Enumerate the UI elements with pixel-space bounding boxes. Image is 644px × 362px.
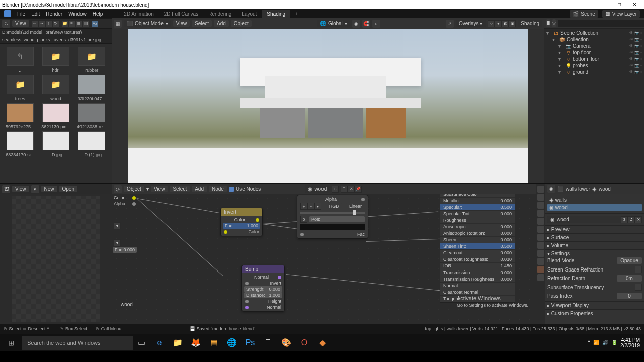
img-open[interactable]: Open <box>59 186 77 192</box>
fb-sort-az-icon[interactable]: Az <box>92 20 99 27</box>
close-btn[interactable]: ✕ <box>627 0 642 9</box>
menu-help[interactable]: Help <box>93 11 103 17</box>
material-slot[interactable]: ◉ wood <box>547 204 642 211</box>
tray-time[interactable]: 4:41 PM <box>620 337 640 343</box>
object-tab-icon[interactable] <box>537 226 544 233</box>
img-view[interactable]: View <box>12 186 29 192</box>
node-bump[interactable]: Bump Normal Invert Strength:0.080 Distan… <box>242 265 285 312</box>
transform-orientation[interactable]: 🌐 Global ▾ <box>317 20 350 27</box>
mat-users[interactable]: 3 <box>332 186 339 193</box>
image-canvas[interactable] <box>12 196 100 322</box>
material-slot[interactable]: ◉ walls <box>547 196 642 204</box>
world-tab-icon[interactable] <box>537 218 544 225</box>
vp-object[interactable]: Object <box>231 20 252 27</box>
shader-node-editor[interactable]: ◎ Object▾ View Select Add Node Use Nodes… <box>112 184 536 324</box>
img-new[interactable]: New <box>41 186 57 192</box>
fb-source-icon[interactable]: 🗂 <box>2 20 10 28</box>
tray-date[interactable]: 2/2/2019 <box>620 343 640 348</box>
node-editor-type-icon[interactable]: ◎ <box>114 185 122 193</box>
edge-icon[interactable]: e <box>151 334 168 351</box>
bsdf-input[interactable]: Transmission:0.000 <box>440 269 515 276</box>
bsdf-input[interactable]: Normal <box>440 283 515 289</box>
node-colorramp[interactable]: Alpha ＋－▾ RGB Linear 0 Pos: Fac <box>297 195 368 239</box>
fac-field[interactable]: Fac:0.000 <box>113 247 137 253</box>
tray-battery-icon[interactable]: 🔋 <box>611 340 617 345</box>
viewlayer-tab-icon[interactable] <box>537 202 544 209</box>
fb-item[interactable]: 595792e275... <box>3 103 37 129</box>
proportional-icon[interactable]: ○ <box>372 20 380 28</box>
constraint-tab-icon[interactable] <box>537 258 544 265</box>
fb-display-thumb-icon[interactable]: ▤ <box>83 20 90 27</box>
mode-selector[interactable]: ⬛ Object Mode ▾ <box>124 20 171 27</box>
vp-select[interactable]: Select <box>192 20 212 27</box>
socket-icon[interactable] <box>245 300 249 303</box>
mat-new-icon[interactable]: 🗋 <box>341 186 348 193</box>
invert-fac[interactable]: Fac:1.000 <box>223 223 260 229</box>
tab-shading[interactable]: Shading <box>262 10 290 18</box>
scene-tab-icon[interactable] <box>537 210 544 217</box>
bsdf-input[interactable]: Specular:0.500 <box>440 204 515 211</box>
fb-display-list-icon[interactable]: ≡ <box>68 20 75 27</box>
socket-icon[interactable] <box>224 230 227 234</box>
fb-back-icon[interactable]: ← <box>31 20 38 27</box>
mat-pin-icon[interactable]: 📌 <box>355 186 362 193</box>
mat-users-btn[interactable]: 3 <box>621 216 628 223</box>
socket-icon[interactable] <box>256 218 259 222</box>
outliner-type-icon[interactable]: ≣ <box>546 19 550 27</box>
krita-icon[interactable]: 🎨 <box>278 334 295 351</box>
socket-icon[interactable] <box>245 306 249 309</box>
ne-object[interactable]: Object <box>124 186 144 192</box>
outliner-filter-icon[interactable]: ▽ <box>552 19 556 27</box>
bsdf-input[interactable]: IOR:1.450 <box>440 263 515 269</box>
particle-tab-icon[interactable] <box>537 242 544 249</box>
wire-icon[interactable]: ○ <box>488 20 495 27</box>
bsdf-input[interactable]: Tangent <box>440 296 515 302</box>
ssr-check[interactable] <box>635 266 642 273</box>
socket-icon[interactable] <box>132 196 136 200</box>
refraction-depth[interactable]: 0m <box>617 275 642 282</box>
fb-newdir-icon[interactable]: 📁 <box>61 20 68 27</box>
ramp-index[interactable]: 0 <box>300 216 307 223</box>
node-invert[interactable]: Invert Color Fac:1.000 Color <box>220 208 263 236</box>
tab-2dcanvas[interactable]: 2D Full Canvas <box>159 10 203 18</box>
socket-icon[interactable] <box>361 198 365 201</box>
fb-item[interactable]: 49218088-re... <box>75 103 109 129</box>
remove-icon[interactable]: － <box>307 203 314 210</box>
mat-new-icon[interactable]: 🗋 <box>628 216 635 223</box>
photoshop-icon[interactable]: Ps <box>242 334 259 351</box>
tab-layout[interactable]: Layout <box>236 10 262 18</box>
rendered-icon[interactable]: ◉ <box>509 20 516 27</box>
section-custom[interactable]: ▸ Custom Properties <box>547 311 593 316</box>
tray-wifi-icon[interactable]: 📶 <box>593 340 599 345</box>
menu-window[interactable]: Window <box>68 11 87 17</box>
pivot-icon[interactable]: ◉ <box>352 20 360 28</box>
dropdown-icon[interactable]: ▾ <box>314 203 321 210</box>
pass-index[interactable]: 0 <box>617 293 642 299</box>
firefox-icon[interactable]: 🦊 <box>187 334 204 351</box>
tray-volume-icon[interactable]: 🔊 <box>602 340 608 345</box>
section-preview[interactable]: ▸ Preview <box>547 227 569 232</box>
ramp-pos[interactable]: Pos: <box>309 216 365 222</box>
menu-render[interactable]: Render <box>46 11 62 17</box>
socket-icon[interactable] <box>132 202 136 206</box>
fb-item[interactable]: ↰.. <box>3 47 37 73</box>
ramp-color[interactable] <box>300 224 365 230</box>
fb-item[interactable]: 📁hdri <box>39 47 72 73</box>
taskview-icon[interactable]: ▭ <box>133 334 150 351</box>
fb-item[interactable]: 68284170-si... <box>3 131 37 157</box>
tray-up-icon[interactable]: ˄ <box>588 340 590 345</box>
calc-icon[interactable]: 🖩 <box>260 334 277 351</box>
render-tab-icon[interactable] <box>537 186 544 193</box>
chrome-icon[interactable]: 🌐 <box>223 334 240 351</box>
section-volume[interactable]: ▸ Volume <box>547 243 568 248</box>
bsdf-input[interactable]: Anisotropic:0.000 <box>440 224 515 230</box>
material-slot-selector[interactable]: ◉ wood <box>305 185 330 193</box>
rgb-mode[interactable]: RGB <box>326 203 342 209</box>
outliner-row[interactable]: ▾💡probes👁 📷 ▫ <box>545 62 643 69</box>
dropdown-icon[interactable]: ▾ <box>114 239 121 246</box>
mat-unlink-icon[interactable]: ✕ <box>348 186 355 193</box>
ne-select[interactable]: Select <box>170 186 190 192</box>
outliner-row[interactable]: ▾▽top floor👁 📷 ▫ <box>545 49 643 56</box>
modifier-tab-icon[interactable] <box>537 234 544 241</box>
menu-file[interactable]: File <box>17 11 25 17</box>
